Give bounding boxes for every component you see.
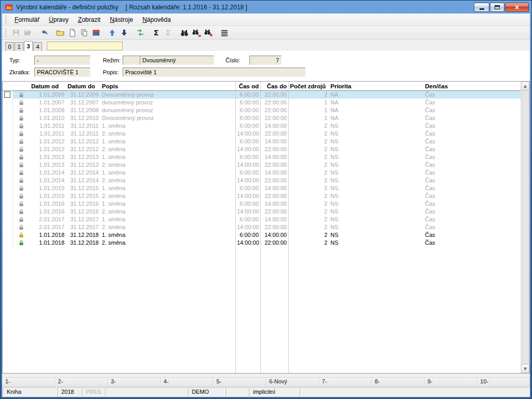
- fkey-5[interactable]: 5-: [213, 378, 266, 386]
- copy-button[interactable]: [78, 27, 90, 38]
- tab-4[interactable]: 4: [33, 42, 42, 51]
- tab-3[interactable]: 3: [24, 41, 33, 51]
- column-cas-od[interactable]: Čas od: [235, 83, 260, 89]
- row-select-gutter[interactable]: [3, 91, 13, 99]
- table-row[interactable]: 1.01.2016 31.12.2016 1. směna 6:00:00 14…: [3, 200, 521, 208]
- table-row[interactable]: 1.01.2007 31.12.2007 dvousměnný provoz 6…: [3, 99, 521, 107]
- fkey-3[interactable]: 3-: [108, 378, 161, 386]
- table-row[interactable]: 2.01.2017 31.12.2017 2. směna 14:00:00 2…: [3, 223, 521, 231]
- column-pocet-zdroju[interactable]: Počet zdrojů: [288, 83, 329, 89]
- row-select-gutter[interactable]: [3, 138, 13, 145]
- fkey-7[interactable]: 7-: [319, 378, 372, 386]
- table-row[interactable]: 1.01.2018 31.12.2018 1. směna 6:00:00 14…: [3, 231, 521, 239]
- undo-button[interactable]: [38, 27, 50, 38]
- row-select-gutter[interactable]: [3, 177, 13, 184]
- table-row[interactable]: 1.01.2016 31.12.2016 2. směna 14:00:00 2…: [3, 208, 521, 216]
- table-row[interactable]: 1.01.2009 31.12.2009 Dvousměnný provoz 6…: [3, 91, 521, 99]
- table-row[interactable]: 2.01.2017 31.12.2017 1. směna 6:00:00 14…: [3, 216, 521, 223]
- vertical-scrollbar[interactable]: ▲ ▼: [521, 82, 529, 373]
- row-select-gutter[interactable]: [3, 231, 13, 239]
- menu-upravy[interactable]: Úpravy: [44, 15, 73, 25]
- minimize-button[interactable]: [474, 3, 489, 12]
- menu-zobrazit[interactable]: Zobrazit: [73, 15, 105, 25]
- row-select-gutter[interactable]: [3, 153, 13, 161]
- tab-1[interactable]: 1: [15, 42, 23, 51]
- scroll-down-button[interactable]: ▼: [521, 364, 529, 373]
- fkey-1[interactable]: 1-: [2, 378, 55, 386]
- menu-grip-handle[interactable]: [5, 16, 7, 24]
- maximize-button[interactable]: [490, 3, 504, 12]
- rezim-code-field[interactable]: [123, 56, 140, 65]
- reorder-button[interactable]: [134, 27, 146, 38]
- table-row[interactable]: 1.01.2014 31.12.2014 1. směna 6:00:00 14…: [3, 169, 521, 177]
- quick-filter-input[interactable]: [47, 42, 123, 50]
- row-select-gutter[interactable]: [3, 208, 13, 216]
- cislo-field[interactable]: [249, 56, 282, 65]
- table-row[interactable]: 1.01.2014 31.12.2014 2. směna 14:00:00 2…: [3, 177, 521, 184]
- popis-field[interactable]: [123, 68, 305, 77]
- find-special-button[interactable]: [202, 27, 214, 38]
- scrollbar-thumb[interactable]: [522, 90, 529, 364]
- table-row[interactable]: 1.01.2015 31.12.2015 2. směna 14:00:00 2…: [3, 192, 521, 200]
- column-datum-od[interactable]: Datum od: [30, 83, 66, 89]
- sum-button[interactable]: Σ: [150, 27, 162, 38]
- row-select-gutter[interactable]: [3, 223, 13, 231]
- table-row[interactable]: 1.01.2015 31.12.2015 1. směna 6:00:00 14…: [3, 184, 521, 192]
- sum-secondary-button[interactable]: Σ: [162, 27, 174, 38]
- move-down-button[interactable]: [118, 27, 130, 38]
- column-den-cas[interactable]: Den/čas: [423, 83, 521, 89]
- row-select-gutter[interactable]: [3, 192, 13, 200]
- save-record-button[interactable]: [22, 27, 34, 38]
- close-button[interactable]: ×: [505, 3, 529, 12]
- scrollbar-track[interactable]: [521, 90, 529, 364]
- scroll-up-button[interactable]: ▲: [521, 82, 529, 90]
- column-popis[interactable]: Popis: [100, 83, 235, 89]
- tab-0[interactable]: 0: [5, 42, 14, 51]
- fkey-6-novy[interactable]: 6-Nový: [266, 378, 319, 386]
- row-select-gutter[interactable]: [3, 239, 13, 247]
- list-menu-button[interactable]: [218, 27, 230, 38]
- fkey-2[interactable]: 2-: [55, 378, 108, 386]
- menu-nastroje[interactable]: Nástroje: [105, 15, 138, 25]
- table-row[interactable]: 1.01.2013 31.12.2013 1. směna 6:00:00 14…: [3, 153, 521, 161]
- column-cas-do[interactable]: Čas do: [260, 83, 288, 89]
- row-select-gutter[interactable]: [3, 107, 13, 114]
- row-select-gutter[interactable]: [3, 216, 13, 223]
- menu-formular[interactable]: Formulář: [10, 15, 44, 25]
- row-select-gutter[interactable]: [3, 122, 13, 130]
- toolbar-grip-handle[interactable]: [5, 29, 7, 37]
- table-row[interactable]: 1.01.2012 31.12.2012 2. směna 14:00:00 2…: [3, 145, 521, 153]
- fkey-10[interactable]: 10-: [477, 378, 530, 386]
- fkey-8[interactable]: 8-: [371, 378, 424, 386]
- row-select-gutter[interactable]: [3, 200, 13, 208]
- row-select-gutter[interactable]: [3, 184, 13, 192]
- row-select-gutter[interactable]: [3, 99, 13, 107]
- table-row[interactable]: 1.01.2018 31.12.2018 2. směna 14:00:00 2…: [3, 239, 521, 247]
- table-row[interactable]: 1.01.2013 31.12.2013 2. směna 14:00:00 2…: [3, 161, 521, 169]
- row-select-gutter[interactable]: [3, 114, 13, 122]
- row-select-gutter[interactable]: [3, 145, 13, 153]
- new-record-button[interactable]: [66, 27, 78, 38]
- typ-field[interactable]: [34, 56, 90, 65]
- table-row[interactable]: 1.01.2011 31.12.2011 1. směna 6:00:00 14…: [3, 122, 521, 130]
- row-select-gutter[interactable]: [3, 161, 13, 169]
- move-up-button[interactable]: [106, 27, 118, 38]
- find-next-button[interactable]: [190, 27, 202, 38]
- table-row[interactable]: 1.01.2011 31.12.2011 2. směna 14:00:00 2…: [3, 130, 521, 138]
- table-row[interactable]: 1.01.2010 31.12.2010 Dvousměnný provoz 6…: [3, 114, 521, 122]
- fkey-9[interactable]: 9-: [424, 378, 477, 386]
- table-row[interactable]: 1.01.2012 31.12.2012 1. směna 6:00:00 14…: [3, 138, 521, 145]
- save-button[interactable]: [10, 27, 22, 38]
- menu-napoveda[interactable]: Nápověda: [138, 15, 176, 25]
- fkey-4[interactable]: 4-: [161, 378, 214, 386]
- column-datum-do[interactable]: Datum do: [66, 83, 100, 89]
- row-select-gutter[interactable]: [3, 130, 13, 138]
- table-row[interactable]: 1.01.2008 31.12.2008 dvousměnný provoz 6…: [3, 107, 521, 114]
- column-priorita[interactable]: Priorita: [329, 83, 423, 89]
- rezim-field[interactable]: [140, 56, 214, 65]
- find-button[interactable]: [178, 27, 190, 38]
- zkratka-field[interactable]: [34, 68, 90, 77]
- books-button[interactable]: [90, 27, 102, 38]
- row-select-gutter[interactable]: [3, 169, 13, 177]
- open-button[interactable]: [54, 27, 66, 38]
